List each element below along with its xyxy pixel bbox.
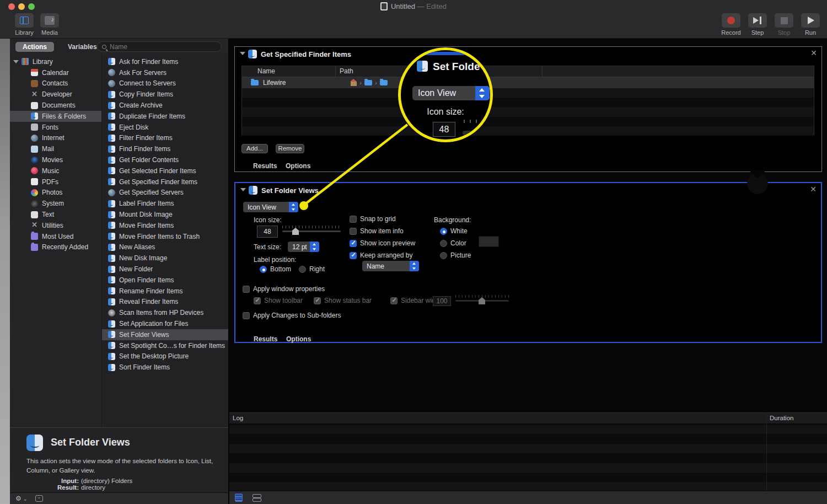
table-row[interactable]: Lifewire: [242, 77, 814, 88]
action-list-item[interactable]: Connect to Servers: [102, 78, 228, 89]
action-list-item[interactable]: Duplicate Finder Items: [102, 111, 228, 122]
step-button[interactable]: Step: [747, 13, 768, 36]
action-list-item[interactable]: Mount Disk Image: [102, 209, 228, 220]
log-view-list-icon[interactable]: [235, 494, 243, 502]
action-list-item[interactable]: Get Selected Finder Items: [102, 165, 228, 176]
sidebar-item[interactable]: System: [10, 198, 101, 209]
duration-column-header[interactable]: Duration: [770, 415, 793, 421]
library-toolbar-button[interactable]: Library: [14, 13, 35, 36]
search-input[interactable]: [110, 43, 217, 51]
sidebar-item[interactable]: Developer: [10, 89, 101, 100]
action-block-set-folder-views[interactable]: Set Folder Views ✕ Icon View Icon size: …: [234, 182, 822, 343]
color-well[interactable]: [479, 236, 499, 247]
apply-changes-subfolders-checkbox[interactable]: Apply Changes to Sub-folders: [243, 312, 341, 319]
record-button[interactable]: Record: [721, 13, 742, 36]
text-size-dropdown[interactable]: 12 pt: [288, 242, 319, 252]
sidebar-item[interactable]: Contacts: [10, 78, 101, 89]
checkbox-option[interactable]: Show icon preview: [350, 239, 415, 247]
close-action-icon[interactable]: ✕: [810, 49, 817, 57]
disclosure-triangle-icon[interactable]: [240, 52, 245, 55]
log-view-grouped-icon[interactable]: [253, 494, 261, 502]
slider-thumb[interactable]: [292, 228, 299, 235]
action-list-item[interactable]: Rename Finder Items: [102, 286, 228, 297]
search-field[interactable]: [97, 41, 222, 52]
sidebar-item[interactable]: Documents: [10, 100, 101, 111]
radio-option[interactable]: White: [440, 227, 471, 235]
action-list-item[interactable]: Find Finder Items: [102, 143, 228, 154]
radio-option[interactable]: Right: [299, 265, 325, 273]
action-list-item[interactable]: New Aliases: [102, 242, 228, 253]
action-list-item[interactable]: Get Specified Finder Items: [102, 176, 228, 187]
sidebar-width-field[interactable]: 100: [433, 296, 451, 306]
view-mode-dropdown[interactable]: Icon View: [243, 202, 298, 212]
media-toolbar-button[interactable]: Media: [39, 13, 60, 36]
action-list-item[interactable]: Set Spotlight Co…s for Finder Items: [102, 340, 228, 351]
arrange-by-dropdown[interactable]: Name: [362, 261, 419, 271]
sidebar-item[interactable]: Most Used: [10, 231, 101, 242]
radio-option[interactable]: Bottom: [260, 265, 291, 273]
checkbox-option[interactable]: Show toolbar: [254, 297, 303, 304]
action-list-item[interactable]: New Disk Image: [102, 253, 228, 264]
sidebar-item[interactable]: Photos: [10, 187, 101, 199]
icon-size-slider[interactable]: [282, 226, 341, 235]
stop-button[interactable]: Stop: [774, 13, 794, 36]
checkbox-option[interactable]: Show status bar: [314, 297, 372, 304]
action-list-item[interactable]: Get Specified Servers: [102, 187, 228, 199]
options-tab[interactable]: Options: [286, 335, 311, 343]
radio-option[interactable]: Picture: [440, 251, 471, 259]
action-list-item[interactable]: Open Finder Items: [102, 275, 228, 286]
checkbox-option[interactable]: Show item info: [350, 227, 415, 235]
action-list-item[interactable]: Get Folder Contents: [102, 154, 228, 165]
remove-button[interactable]: Remove: [276, 144, 304, 153]
sidebar-item[interactable]: Utilities: [10, 220, 101, 231]
action-list-item[interactable]: Move Finder Items to Trash: [102, 231, 228, 242]
tab-variables[interactable]: Variables: [68, 43, 97, 51]
sidebar-item[interactable]: Movies: [10, 154, 101, 165]
sidebar-item[interactable]: Music: [10, 165, 101, 176]
sidebar-item[interactable]: Text: [10, 209, 101, 220]
gear-menu-button[interactable]: ⚙: [15, 495, 28, 502]
action-list-item[interactable]: Move Finder Items: [102, 220, 228, 231]
action-list-item[interactable]: Set the Desktop Picture: [102, 351, 228, 362]
action-list-item[interactable]: Set Application for Files: [102, 318, 228, 329]
action-list-item[interactable]: Scan Items from HP Devices: [102, 307, 228, 318]
checkbox-option[interactable]: Snap to grid: [350, 215, 415, 223]
log-column-header[interactable]: Log: [233, 415, 243, 421]
run-button[interactable]: Run: [800, 13, 821, 36]
action-list-item[interactable]: Label Finder Items: [102, 198, 228, 209]
add-button[interactable]: Add...: [241, 144, 268, 153]
action-list-item[interactable]: Copy Finder Items: [102, 89, 228, 100]
sidebar-item[interactable]: PDFs: [10, 176, 101, 187]
action-list-item[interactable]: Eject Disk: [102, 122, 228, 133]
radio-option[interactable]: Color: [440, 239, 471, 247]
action-list-item[interactable]: Create Archive: [102, 100, 228, 111]
apply-window-properties-checkbox[interactable]: Apply window properties: [243, 285, 325, 293]
sidebar-item[interactable]: Internet: [10, 133, 101, 144]
results-tab[interactable]: Results: [254, 335, 277, 343]
action-list-item[interactable]: New Folder: [102, 264, 228, 275]
results-tab[interactable]: Results: [253, 162, 277, 170]
action-list-item[interactable]: Filter Finder Items: [102, 133, 228, 144]
sidebar-item[interactable]: Recently Added: [10, 242, 101, 253]
sidebar-width-slider[interactable]: [455, 295, 509, 305]
options-tab[interactable]: Options: [286, 162, 310, 170]
sidebar-item[interactable]: Fonts: [10, 122, 101, 133]
sidebar-item[interactable]: Mail: [10, 143, 101, 154]
sidebar-item[interactable]: Files & Folders: [10, 111, 101, 122]
sidebar-item[interactable]: Library: [10, 56, 101, 67]
slider-thumb[interactable]: [479, 297, 485, 304]
action-list-item[interactable]: Reveal Finder Items: [102, 297, 228, 308]
checkbox-option[interactable]: Keep arranged by: [350, 251, 415, 259]
action-list-item[interactable]: Ask for Finder Items: [102, 56, 228, 67]
description-toggle-button[interactable]: [35, 495, 43, 502]
icon-size-field[interactable]: 48: [257, 226, 278, 238]
disclosure-triangle-icon[interactable]: [240, 188, 246, 191]
sidebar-item[interactable]: Calendar: [10, 67, 101, 78]
finder-items-table[interactable]: Name Path Lifewire: [241, 66, 814, 135]
close-action-icon[interactable]: ✕: [810, 185, 817, 194]
tab-actions[interactable]: Actions: [15, 42, 54, 52]
action-block-get-specified-finder-items[interactable]: Get Specified Finder Items ✕ Name Path L…: [234, 46, 822, 172]
column-header-name[interactable]: Name: [242, 66, 336, 77]
action-list-item[interactable]: Set Folder Views: [102, 329, 228, 340]
action-list-item[interactable]: Ask For Servers: [102, 67, 228, 78]
